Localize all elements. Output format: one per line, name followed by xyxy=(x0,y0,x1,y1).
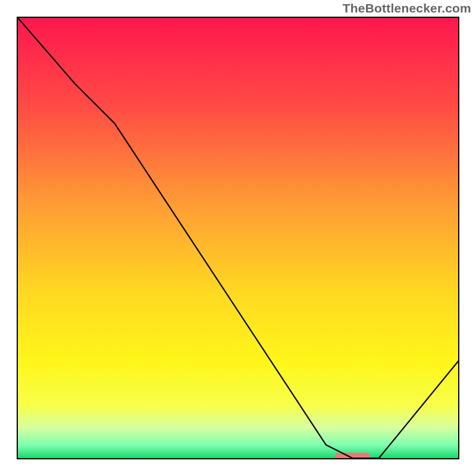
plot-area xyxy=(17,17,459,459)
bottleneck-curve xyxy=(18,18,458,458)
attribution-link[interactable]: TheBottlenecker.com xyxy=(343,1,471,15)
chart-canvas: TheBottlenecker.com xyxy=(0,0,476,476)
